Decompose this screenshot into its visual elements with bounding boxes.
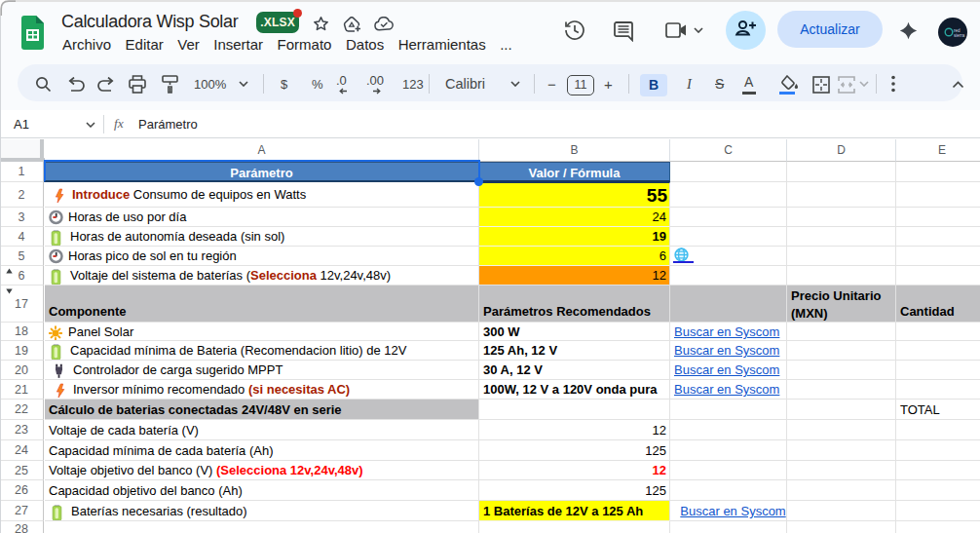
svg-text:sierra: sierra: [954, 33, 965, 38]
